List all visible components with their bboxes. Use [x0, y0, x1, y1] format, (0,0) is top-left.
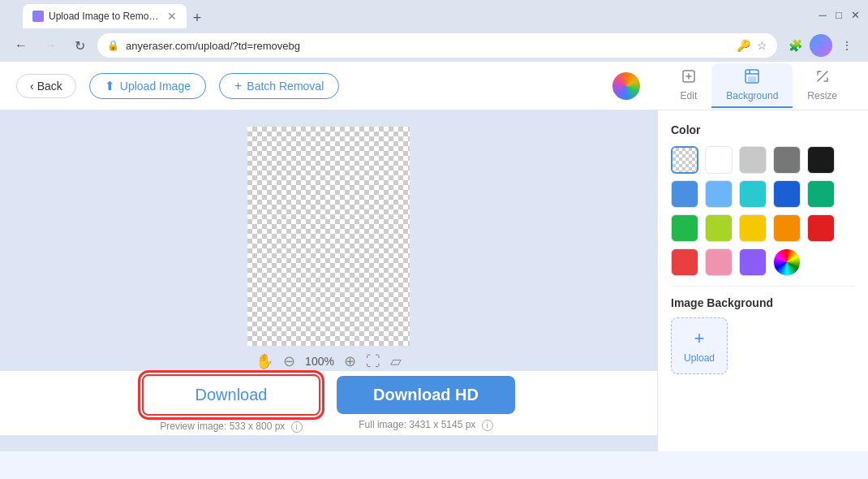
zoom-in-icon[interactable]: ⊕ — [344, 352, 356, 370]
upload-bg-button[interactable]: + Upload — [671, 317, 728, 374]
batch-removal-button[interactable]: + Batch Removal — [219, 73, 339, 99]
full-info-icon: i — [482, 420, 493, 431]
color-green[interactable] — [671, 214, 698, 242]
image-controls: ✋ ⊖ 100% ⊕ ⛶ ▱ — [256, 352, 402, 370]
color-cyan[interactable] — [739, 180, 767, 208]
reload-button[interactable]: ↻ — [68, 34, 91, 57]
url-text: anyeraser.com/upload/?td=removebg — [126, 40, 730, 52]
color-dark-gray[interactable] — [773, 146, 801, 174]
maximize-button[interactable]: □ — [832, 8, 845, 21]
address-bar[interactable]: 🔒 anyeraser.com/upload/?td=removebg 🔑 ☆ — [97, 33, 777, 58]
split-view-icon[interactable]: ▱ — [390, 352, 402, 370]
app-toolbar: ‹ Back ⬆ Upload Image + Batch Removal Ed… — [0, 62, 868, 110]
tab-edit[interactable]: Edit — [666, 63, 712, 108]
image-container — [247, 127, 410, 346]
main-area: ✋ ⊖ 100% ⊕ ⛶ ▱ Download Preview image: 5… — [0, 110, 868, 451]
address-icons: 🔑 ☆ — [737, 39, 767, 52]
color-grid — [671, 146, 855, 276]
color-blue-dark[interactable] — [773, 180, 801, 208]
download-button[interactable]: Download — [142, 374, 320, 416]
canvas-area: ✋ ⊖ 100% ⊕ ⛶ ▱ Download Preview image: 5… — [0, 110, 657, 451]
color-pink-red[interactable] — [671, 248, 698, 276]
color-white[interactable] — [705, 146, 733, 174]
upload-label: Upload Image — [120, 80, 191, 93]
upload-icon: ⬆ — [105, 79, 115, 93]
tab-close-button[interactable]: ✕ — [167, 10, 177, 23]
batch-label: Batch Removal — [247, 80, 324, 93]
tab-favicon — [32, 11, 44, 22]
full-info-text: Full image: 3431 x 5145 px — [359, 419, 475, 430]
color-red[interactable] — [807, 214, 835, 242]
color-orange[interactable] — [773, 214, 801, 242]
minimize-button[interactable]: ─ — [816, 8, 829, 21]
chevron-left-icon: ‹ — [30, 80, 34, 93]
color-blue-medium[interactable] — [671, 180, 698, 208]
tab-resize[interactable]: Resize — [793, 63, 852, 108]
resize-tab-label: Resize — [807, 90, 837, 101]
pan-icon[interactable]: ✋ — [256, 352, 273, 370]
zoom-out-icon[interactable]: ⊖ — [283, 352, 295, 370]
color-purple[interactable] — [739, 248, 767, 276]
app-container: ‹ Back ⬆ Upload Image + Batch Removal Ed… — [0, 62, 868, 451]
full-info: Full image: 3431 x 5145 px i — [359, 419, 492, 431]
right-panel: Color — [657, 110, 868, 451]
upload-bg-label: Upload — [684, 352, 715, 364]
panel-divider — [671, 286, 855, 287]
tab-background[interactable]: Background — [711, 63, 793, 108]
svg-rect-2 — [748, 76, 756, 82]
resize-icon — [814, 68, 831, 88]
forward-nav-button[interactable]: → — [39, 34, 62, 57]
color-section-title: Color — [671, 123, 855, 136]
tab-bar: Upload Image to Remove Bg ✕ + — [16, 1, 214, 28]
color-transparent[interactable] — [671, 146, 698, 174]
browser-chrome: Upload Image to Remove Bg ✕ + ─ □ ✕ ← → … — [0, 0, 868, 62]
download-hd-button[interactable]: Download HD — [337, 376, 515, 414]
plus-icon: + — [234, 79, 242, 93]
image-bg-section: Image Background + Upload — [671, 296, 855, 374]
color-yellow[interactable] — [739, 214, 767, 242]
bookmark-icon[interactable]: ☆ — [757, 39, 767, 52]
color-pink[interactable] — [705, 248, 733, 276]
preview-info: Preview image: 533 x 800 px i — [160, 421, 302, 433]
preview-info-text: Preview image: 533 x 800 px — [160, 421, 285, 432]
lock-icon: 🔒 — [107, 40, 119, 51]
close-button[interactable]: ✕ — [849, 8, 862, 21]
extensions-button[interactable]: 🧩 — [784, 34, 806, 57]
back-button[interactable]: ‹ Back — [16, 74, 76, 98]
background-icon — [744, 68, 760, 88]
color-teal[interactable] — [807, 180, 835, 208]
back-label: Back — [37, 80, 62, 93]
checker-background — [247, 127, 410, 346]
color-blue-light[interactable] — [705, 180, 733, 208]
tab-title: Upload Image to Remove Bg — [49, 11, 162, 22]
edit-tab-label: Edit — [681, 90, 698, 101]
preview-info-icon: i — [291, 421, 303, 433]
upload-image-button[interactable]: ⬆ Upload Image — [89, 73, 206, 99]
color-light-gray[interactable] — [739, 146, 767, 174]
background-tab-label: Background — [726, 90, 778, 101]
zoom-level: 100% — [305, 355, 334, 368]
profile-button[interactable] — [810, 34, 832, 57]
edit-icon — [681, 68, 697, 88]
color-yellow-green[interactable] — [705, 214, 733, 242]
upload-plus-icon: + — [694, 328, 705, 349]
password-icon: 🔑 — [737, 39, 750, 52]
active-tab: Upload Image to Remove Bg ✕ — [23, 4, 187, 28]
right-tabs: Edit Background Resize — [666, 63, 852, 108]
browser-toolbar-icons: 🧩 ⋮ — [784, 34, 858, 57]
image-bg-title: Image Background — [671, 296, 855, 309]
fullscreen-icon[interactable]: ⛶ — [366, 353, 380, 370]
omnibar: ← → ↻ 🔒 anyeraser.com/upload/?td=removeb… — [0, 29, 868, 62]
back-nav-button[interactable]: ← — [10, 34, 32, 57]
user-avatar[interactable] — [612, 72, 640, 100]
new-tab-button[interactable]: + — [187, 7, 208, 28]
title-bar: Upload Image to Remove Bg ✕ + ─ □ ✕ — [0, 0, 868, 29]
bottom-bar: Download Preview image: 533 x 800 px i D… — [0, 370, 657, 435]
color-black[interactable] — [807, 146, 835, 174]
color-gradient[interactable] — [773, 248, 801, 276]
menu-button[interactable]: ⋮ — [836, 34, 858, 57]
